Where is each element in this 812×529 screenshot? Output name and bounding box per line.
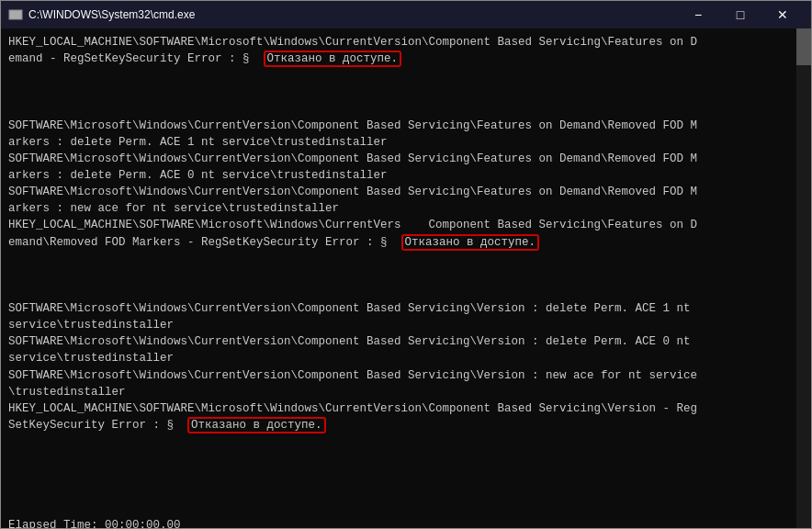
window-controls: − □ ✕ bbox=[677, 1, 804, 28]
line-12: service\trustedinstaller bbox=[8, 319, 174, 332]
close-button[interactable]: ✕ bbox=[761, 1, 804, 28]
line-15: SOFTWARE\Microsoft\Windows\CurrentVersio… bbox=[8, 369, 697, 382]
line-5: SOFTWARE\Microsoft\Windows\CurrentVersio… bbox=[8, 152, 697, 165]
line-1: HKEY_LOCAL_MACHINE\SOFTWARE\Microsoft\Wi… bbox=[8, 36, 697, 49]
scrollbar-thumb[interactable] bbox=[796, 28, 811, 65]
console-output: HKEY_LOCAL_MACHINE\SOFTWARE\Microsoft\Wi… bbox=[8, 34, 804, 528]
line-10: emand\Removed FOD Markers - RegSetKeySec… bbox=[8, 234, 539, 251]
cmd-icon: C:\ bbox=[8, 7, 23, 22]
error-highlight-2: Отказано в доступе. bbox=[401, 234, 540, 251]
line-3: SOFTWARE\Microsoft\Windows\CurrentVersio… bbox=[8, 119, 697, 132]
line-18: SetKeySecurity Error : § Отказано в дост… bbox=[8, 417, 326, 433]
window-title: C:\WINDOWS\System32\cmd.exe bbox=[28, 8, 677, 21]
line-2: emand - RegSetKeySecurity Error : § Отка… bbox=[8, 51, 401, 67]
svg-text:C:\: C:\ bbox=[11, 11, 21, 17]
minimize-button[interactable]: − bbox=[677, 1, 719, 28]
cmd-window: C:\ C:\WINDOWS\System32\cmd.exe − □ ✕ HK… bbox=[0, 0, 812, 529]
line-13: SOFTWARE\Microsoft\Windows\CurrentVersio… bbox=[8, 335, 691, 348]
console-body: HKEY_LOCAL_MACHINE\SOFTWARE\Microsoft\Wi… bbox=[1, 28, 811, 528]
line-elapsed: Elapsed Time: 00:00:00.00 bbox=[8, 519, 181, 528]
line-7: SOFTWARE\Microsoft\Windows\CurrentVersio… bbox=[8, 186, 697, 198]
maximize-button[interactable]: □ bbox=[719, 1, 761, 28]
line-9: HKEY_LOCAL_MACHINE\SOFTWARE\Microsoft\Wi… bbox=[8, 219, 697, 231]
line-6: arkers : delete Perm. ACE 0 nt service\t… bbox=[8, 169, 388, 182]
line-11: SOFTWARE\Microsoft\Windows\CurrentVersio… bbox=[8, 302, 691, 315]
error-highlight-1: Отказано в доступе. bbox=[264, 51, 402, 67]
line-14: service\trustedinstaller bbox=[8, 352, 174, 365]
scrollbar[interactable] bbox=[796, 28, 811, 528]
line-4: arkers : delete Perm. ACE 1 nt service\t… bbox=[8, 136, 388, 149]
line-16: \trustedinstaller bbox=[8, 386, 126, 399]
error-highlight-3: Отказано в доступе. bbox=[187, 417, 326, 433]
line-8: arkers : new ace for nt service\trustedi… bbox=[8, 202, 339, 215]
line-17: HKEY_LOCAL_MACHINE\SOFTWARE\Microsoft\Wi… bbox=[8, 402, 697, 415]
title-bar: C:\ C:\WINDOWS\System32\cmd.exe − □ ✕ bbox=[1, 1, 811, 28]
